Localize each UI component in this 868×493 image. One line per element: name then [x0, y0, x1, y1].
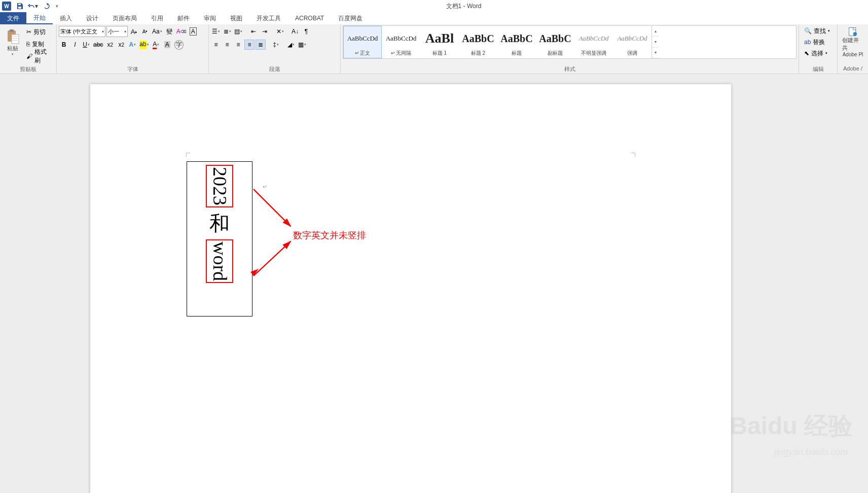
- select-button[interactable]: ⬉选择▾: [801, 48, 833, 59]
- cursor-icon: ⬉: [804, 50, 809, 57]
- replace-button[interactable]: ab替换: [801, 37, 833, 48]
- style-normal[interactable]: AaBbCcDd↵ 正文: [343, 26, 382, 58]
- decrease-indent-button[interactable]: ⇤: [248, 26, 259, 37]
- enclose-char-button[interactable]: 字: [173, 40, 185, 50]
- clipboard-group-label: 剪贴板: [2, 65, 54, 74]
- word-app-icon[interactable]: W: [1, 1, 12, 12]
- format-painter-button[interactable]: 🖌格式刷: [23, 51, 54, 62]
- text-effects-button[interactable]: A▾: [127, 40, 137, 50]
- tab-developer[interactable]: 开发工具: [249, 12, 288, 24]
- text-2023[interactable]: 2023: [206, 165, 233, 207]
- cut-button[interactable]: ✂剪切: [23, 26, 54, 38]
- clipboard-icon: [5, 28, 21, 45]
- watermark-logo: Baidu 经验: [730, 410, 853, 442]
- align-distribute-button[interactable]: ≣: [256, 40, 266, 50]
- styles-group-label: 样式: [343, 65, 797, 74]
- editing-group-label: 编辑: [801, 65, 835, 74]
- clear-formatting-button[interactable]: A⌫: [175, 26, 187, 37]
- annotation-text: 数字英文并未竖排: [293, 229, 366, 241]
- show-marks-button[interactable]: ¶: [301, 26, 311, 37]
- char-border-button[interactable]: A: [188, 26, 198, 37]
- tab-layout[interactable]: 页面布局: [105, 12, 144, 24]
- subscript-button[interactable]: x2: [105, 40, 115, 50]
- document-area[interactable]: ↵ 2023 和 word 数字英文并未竖排 Baidu 经验 jingyan.…: [0, 74, 868, 493]
- style-subtitle[interactable]: AaBbC副标题: [536, 26, 574, 58]
- align-justify-button[interactable]: ≡: [244, 40, 255, 50]
- adobe-group-label: Adobe /: [840, 65, 866, 74]
- margin-corner-tl: [186, 153, 190, 157]
- italic-button[interactable]: I: [70, 40, 80, 50]
- tab-baidu[interactable]: 百度网盘: [331, 12, 370, 24]
- superscript-button[interactable]: x2: [116, 40, 126, 50]
- text-he[interactable]: 和: [209, 207, 230, 239]
- find-button[interactable]: 🔍查找▾: [801, 25, 833, 37]
- strike-button[interactable]: abc: [92, 40, 104, 50]
- highlight-button[interactable]: ab▾: [138, 40, 150, 50]
- tab-file[interactable]: 文件: [0, 12, 26, 24]
- style-subtle-emphasis[interactable]: AaBbCcDd不明显强调: [574, 26, 613, 58]
- char-shading-button[interactable]: A: [162, 40, 172, 50]
- copy-label: 复制: [32, 40, 44, 49]
- pdf-icon: [846, 27, 859, 37]
- tab-acrobat[interactable]: ACROBAT: [288, 12, 331, 24]
- numbering-button[interactable]: ≣▾: [222, 26, 232, 37]
- vertical-textbox[interactable]: 2023 和 word: [187, 161, 252, 316]
- style-heading1[interactable]: AaBl标题 1: [420, 26, 459, 58]
- grow-font-button[interactable]: A▴: [129, 26, 139, 37]
- tab-review[interactable]: 审阅: [197, 12, 223, 24]
- format-painter-label: 格式刷: [34, 48, 51, 65]
- shading-button[interactable]: ◢▾: [286, 40, 296, 50]
- font-color-button[interactable]: A▾: [151, 40, 161, 50]
- style-heading2[interactable]: AaBbC标题 2: [459, 26, 497, 58]
- style-title[interactable]: AaBbC标题: [497, 26, 536, 58]
- font-name-combo[interactable]: 宋体 (中文正文▾: [59, 26, 105, 37]
- style-emphasis[interactable]: AaBbCcDd强调: [613, 26, 652, 58]
- styles-gallery: AaBbCcDd↵ 正文 AaBbCcDd↵ 无间隔 AaBl标题 1 AaBb…: [343, 25, 797, 59]
- redo-button[interactable]: [41, 1, 52, 12]
- group-clipboard: 粘贴 ▾ ✂剪切 ⎘复制 🖌格式刷 剪贴板: [0, 24, 57, 74]
- tab-view[interactable]: 视图: [223, 12, 249, 24]
- gallery-down[interactable]: ▾: [652, 37, 659, 47]
- adobe-create-button[interactable]: 创建并共 Adobe Pl: [840, 25, 866, 59]
- svg-rect-3: [10, 29, 14, 32]
- align-center-button[interactable]: ≡: [222, 40, 232, 50]
- gallery-up[interactable]: ▴: [652, 26, 659, 37]
- tab-home[interactable]: 开始: [26, 12, 53, 24]
- font-size-combo[interactable]: 小一▾: [106, 26, 128, 37]
- tab-design[interactable]: 设计: [79, 12, 105, 24]
- tab-insert[interactable]: 插入: [53, 12, 79, 24]
- group-styles: AaBbCcDd↵ 正文 AaBbCcDd↵ 无间隔 AaBl标题 1 AaBb…: [341, 24, 799, 74]
- group-font: 宋体 (中文正文▾ 小一▾ A▴ A▾ Aa▾ 變 A⌫ A B I U▾ ab…: [57, 24, 209, 74]
- sort-button[interactable]: A↓: [290, 26, 300, 37]
- align-left-button[interactable]: ≡: [211, 40, 221, 50]
- underline-button[interactable]: U▾: [81, 40, 91, 50]
- style-no-spacing[interactable]: AaBbCcDd↵ 无间隔: [382, 26, 420, 58]
- gallery-more[interactable]: ▾: [652, 48, 659, 58]
- select-label: 选择: [811, 49, 823, 58]
- shrink-font-button[interactable]: A▾: [140, 26, 150, 37]
- borders-button[interactable]: ▦▾: [297, 40, 307, 50]
- save-button[interactable]: [14, 1, 25, 12]
- text-word[interactable]: word: [206, 239, 233, 283]
- tab-references[interactable]: 引用: [144, 12, 170, 24]
- bold-button[interactable]: B: [59, 40, 69, 50]
- paragraph-group-label: 段落: [211, 65, 338, 74]
- change-case-button[interactable]: Aa▾: [151, 26, 163, 37]
- phonetic-guide-button[interactable]: 變: [164, 26, 174, 37]
- asian-layout-button[interactable]: ✕▾: [275, 26, 285, 37]
- ribbon-tabs: 文件 开始 插入 设计 页面布局 引用 邮件 审阅 视图 开发工具 ACROBA…: [0, 12, 868, 24]
- undo-button[interactable]: ▾: [27, 1, 39, 12]
- window-title: 文档1 - Word: [60, 2, 867, 11]
- paste-button[interactable]: 粘贴 ▾: [2, 25, 23, 59]
- qat-customize-dropdown[interactable]: ▾: [54, 4, 60, 9]
- annotation-arrow-2: [247, 236, 293, 282]
- scissors-icon: ✂: [26, 28, 31, 36]
- tab-mailings[interactable]: 邮件: [170, 12, 197, 24]
- align-right-button[interactable]: ≡: [233, 40, 243, 50]
- page[interactable]: ↵ 2023 和 word 数字英文并未竖排: [90, 84, 731, 493]
- increase-indent-button[interactable]: ⇥: [260, 26, 270, 37]
- bullets-button[interactable]: ☰▾: [211, 26, 221, 37]
- multilevel-button[interactable]: ▤▾: [233, 26, 243, 37]
- line-spacing-button[interactable]: ‡▾: [271, 40, 281, 50]
- svg-rect-0: [18, 4, 21, 5]
